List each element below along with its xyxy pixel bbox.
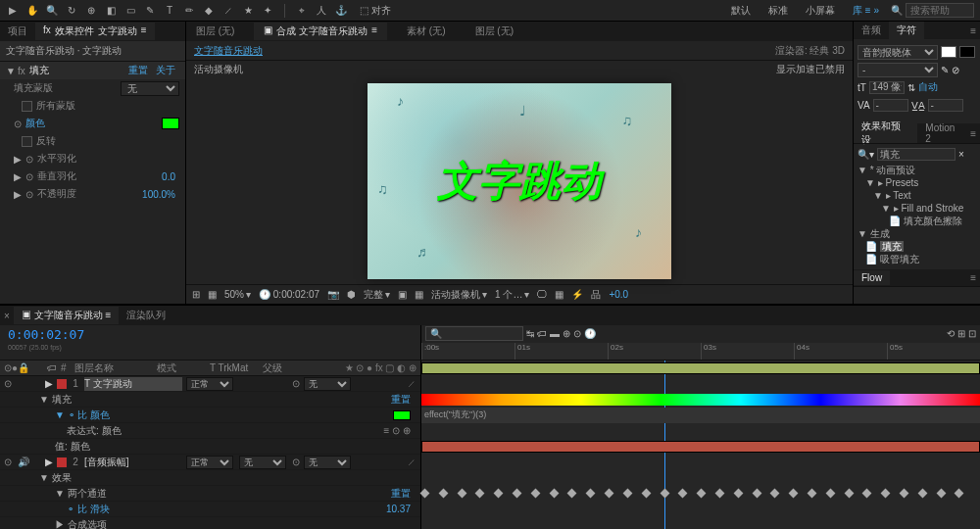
keyframe-icon[interactable] bbox=[881, 489, 891, 499]
transparency-icon[interactable]: ▦ bbox=[415, 289, 423, 300]
composition-viewer[interactable]: ♪ ♫ ♬ ♪ ♫ ♩ 文字跳动 bbox=[186, 78, 853, 284]
rect-tool-icon[interactable]: ▭ bbox=[123, 4, 137, 18]
keyframe-icon[interactable] bbox=[789, 489, 799, 499]
layer-switches[interactable]: ⟋ bbox=[407, 457, 416, 467]
track-lane[interactable] bbox=[421, 455, 980, 470]
help-search-input[interactable] bbox=[906, 3, 974, 18]
label-color[interactable] bbox=[57, 379, 67, 389]
layer-bar[interactable] bbox=[421, 362, 980, 374]
timeline-tracks[interactable]: effect("填充")(3) bbox=[421, 361, 980, 529]
property-name[interactable]: ▼ ⚬ 比 颜色 bbox=[55, 409, 110, 422]
panel-menu-icon[interactable]: ≡ bbox=[970, 272, 980, 283]
panel-menu-icon[interactable]: ≡ bbox=[970, 25, 980, 36]
property-row[interactable]: ▼ 两个通道重置 bbox=[0, 486, 420, 502]
stopwatch-icon[interactable]: ⊙ bbox=[25, 171, 33, 182]
switches-icons[interactable]: ★ ⊙ ● fx ▢ ◐ ⊕ bbox=[345, 362, 417, 373]
keyframe-icon[interactable] bbox=[605, 489, 614, 499]
align-icon[interactable]: 人 bbox=[315, 4, 328, 18]
eraser-tool-icon[interactable]: ⟋ bbox=[221, 4, 235, 18]
keyframe-icon[interactable] bbox=[678, 489, 688, 499]
tl-btn-icon[interactable]: 🕐 bbox=[584, 328, 596, 339]
snapshot-icon[interactable]: 📷 bbox=[327, 289, 339, 300]
keyframe-icon[interactable] bbox=[808, 489, 817, 499]
track-lane[interactable] bbox=[421, 439, 980, 455]
keyframe-icon[interactable] bbox=[530, 489, 540, 499]
keyframe-icon[interactable] bbox=[586, 489, 596, 499]
tree-item[interactable]: ▼ ▸ Text bbox=[858, 189, 976, 202]
reset-link[interactable]: 重置 bbox=[128, 64, 148, 77]
fill-color-swatch[interactable] bbox=[941, 46, 956, 58]
timeline-search-input[interactable] bbox=[425, 326, 523, 341]
effects-search-input[interactable] bbox=[877, 148, 956, 161]
tab-menu-icon[interactable]: ≡ bbox=[141, 24, 147, 38]
twirl-icon[interactable]: ▶ bbox=[14, 189, 22, 200]
tree-item[interactable]: ▼ ▸ Fill and Stroke bbox=[858, 202, 976, 215]
rotate-tool-icon[interactable]: ↻ bbox=[65, 4, 78, 18]
keyframe-icon[interactable] bbox=[475, 489, 485, 499]
twirl-icon[interactable]: ▶ bbox=[45, 457, 53, 467]
clear-search-icon[interactable]: × bbox=[958, 149, 964, 160]
property-row[interactable]: ▼ 填充重置 bbox=[0, 392, 420, 408]
property-name[interactable]: ⚬ 比 滑块 bbox=[67, 503, 110, 516]
camera-tool-icon[interactable]: ⊕ bbox=[84, 4, 98, 18]
property-row[interactable]: ▼ 效果 bbox=[0, 470, 420, 486]
puppet-tool-icon[interactable]: ✦ bbox=[261, 4, 274, 18]
tl-btn-icon[interactable]: ▬ bbox=[550, 328, 560, 339]
tl-btn-icon[interactable]: ⊞ bbox=[957, 328, 965, 339]
roi-icon[interactable]: ▣ bbox=[398, 289, 407, 300]
tab-character[interactable]: 字符 bbox=[889, 22, 924, 39]
view-dropdown[interactable]: 活动摄像机 ▾ bbox=[431, 288, 487, 302]
time-ruler[interactable]: :00s 01s 02s 03s 04s 05s bbox=[421, 343, 980, 361]
parent-pickwhip-icon[interactable]: ⊙ bbox=[292, 378, 300, 389]
views-count[interactable]: 1 个… ▾ bbox=[495, 288, 529, 302]
tree-item[interactable]: 📄 填充 bbox=[858, 240, 976, 253]
property-name[interactable]: 表达式: 颜色 bbox=[67, 424, 122, 438]
property-row[interactable]: ▶ 合成选项 bbox=[0, 517, 420, 529]
tab-audio[interactable]: 音频 bbox=[854, 22, 889, 39]
property-row[interactable]: ⚬ 比 滑块10.37 bbox=[0, 502, 420, 517]
twirl-icon[interactable]: ▶ bbox=[45, 378, 53, 389]
grid-icon[interactable]: ▦ bbox=[208, 289, 217, 300]
type-tool-icon[interactable]: T bbox=[163, 4, 176, 18]
font-family-select[interactable]: 音韵报晓体 bbox=[858, 45, 938, 60]
keyframe-icon[interactable] bbox=[438, 489, 448, 499]
stopwatch-icon[interactable]: ⊙ bbox=[14, 119, 22, 129]
viewer-time[interactable]: 🕐 0:00:02:07 bbox=[259, 289, 319, 300]
snapping-toggle[interactable]: ⬚ 对齐 bbox=[354, 2, 397, 20]
keyframe-icon[interactable] bbox=[513, 489, 522, 499]
tree-item[interactable]: 📄 吸管填充 bbox=[858, 253, 976, 265]
stroke-color-swatch[interactable] bbox=[959, 46, 975, 58]
effect-name[interactable]: 填充 bbox=[29, 64, 49, 77]
roto-tool-icon[interactable]: ★ bbox=[241, 4, 255, 18]
track-lane[interactable] bbox=[421, 361, 980, 376]
trkmat-select[interactable]: 无 bbox=[239, 456, 286, 469]
selection-tool-icon[interactable]: ▶ bbox=[6, 4, 20, 18]
keyframe-icon[interactable] bbox=[567, 489, 577, 499]
nocolor-icon[interactable]: ⊘ bbox=[952, 65, 959, 75]
stopwatch-icon[interactable]: ⊙ bbox=[25, 189, 33, 200]
tracking-input[interactable] bbox=[928, 99, 963, 112]
track-lane[interactable] bbox=[421, 486, 980, 502]
comp-canvas[interactable]: ♪ ♫ ♬ ♪ ♫ ♩ 文字跳动 bbox=[368, 83, 671, 279]
zoom-tool-icon[interactable]: 🔍 bbox=[45, 4, 59, 18]
fast-preview-icon[interactable]: ⚡ bbox=[571, 289, 583, 300]
reset-link[interactable]: 重置 bbox=[391, 393, 411, 407]
channel-icon[interactable]: ⬢ bbox=[347, 289, 356, 300]
property-name[interactable]: ▼ 填充 bbox=[39, 393, 72, 407]
anchor-icon[interactable]: ⚓ bbox=[334, 4, 348, 18]
timeline-icon[interactable]: 品 bbox=[591, 288, 601, 302]
property-name[interactable]: 值: 颜色 bbox=[55, 440, 90, 454]
label-color[interactable] bbox=[57, 457, 67, 467]
tl-btn-icon[interactable]: ⊙ bbox=[573, 328, 581, 339]
keyframe-icon[interactable] bbox=[733, 489, 743, 499]
prop-color[interactable]: 颜色 bbox=[25, 117, 158, 130]
parent-select[interactable]: 无 bbox=[304, 377, 351, 391]
keyframe-icon[interactable] bbox=[752, 489, 761, 499]
invert-checkbox[interactable] bbox=[22, 136, 32, 147]
tab-timeline-comp[interactable]: ▣ 文字随音乐跳动 ≡ bbox=[14, 307, 119, 324]
tab-effect-controls[interactable]: fx效果控件文字跳动≡ bbox=[35, 23, 155, 40]
blend-mode-select[interactable]: 正常 bbox=[186, 377, 233, 391]
track-lane[interactable] bbox=[421, 423, 980, 439]
comp-name-link[interactable]: 文字随音乐跳动 bbox=[194, 44, 263, 58]
track-lane[interactable] bbox=[421, 392, 980, 408]
